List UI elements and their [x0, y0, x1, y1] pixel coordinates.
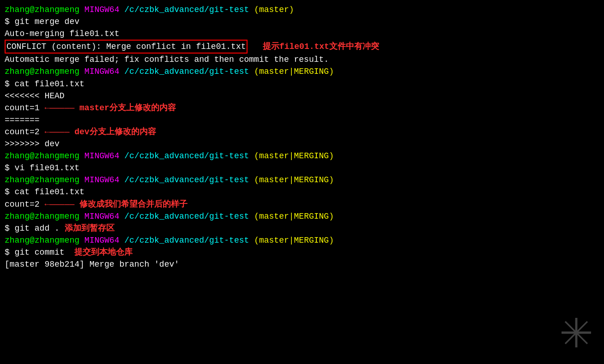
- terminal-line: zhang@zhangmeng MINGW64 /c/czbk_advanced…: [5, 210, 599, 222]
- terminal-line: count=1 ←————— master分支上修改的内容: [5, 102, 599, 114]
- terminal-line: zhang@zhangmeng MINGW64 /c/czbk_advanced…: [5, 174, 599, 186]
- terminal-text: ←—————: [40, 102, 79, 114]
- terminal-line: $ vi file01.txt: [5, 162, 599, 174]
- terminal-text: [119, 4, 124, 16]
- terminal-text: [79, 4, 85, 16]
- terminal-text: MINGW64: [85, 150, 120, 162]
- terminal-text: zhang@zhangmeng: [5, 174, 79, 186]
- terminal-line: $ cat file01.txt: [5, 186, 599, 198]
- terminal-text: (master|MERGING): [254, 234, 334, 246]
- terminal-text: [119, 174, 124, 186]
- terminal-text: (master|MERGING): [254, 150, 334, 162]
- terminal-text: count=1: [5, 102, 40, 114]
- terminal-text: (master|MERGING): [254, 210, 334, 222]
- terminal-text: ←—————: [40, 198, 79, 210]
- terminal-text: [248, 41, 262, 53]
- terminal-text: [master 98eb214] Merge branch 'dev': [5, 258, 179, 270]
- terminal-text: $ git merge dev: [5, 16, 79, 28]
- terminal-text: [119, 150, 124, 162]
- terminal-text: [79, 150, 85, 162]
- terminal-text: /c/czbk_advanced/git-test: [124, 210, 249, 222]
- terminal-text: $ vi file01.txt: [5, 162, 79, 174]
- terminal-text: [79, 210, 85, 222]
- terminal-text: MINGW64: [85, 4, 120, 16]
- terminal-text: >>>>>>> dev: [5, 138, 60, 150]
- terminal-text: [79, 234, 85, 246]
- terminal-line: Automatic merge failed; fix conflicts an…: [5, 54, 599, 66]
- terminal-text: (master|MERGING): [254, 66, 334, 78]
- terminal-text: zhang@zhangmeng: [5, 66, 79, 78]
- terminal-text: count=2: [5, 198, 40, 210]
- terminal-text: [119, 210, 124, 222]
- terminal-text: MINGW64: [85, 66, 120, 78]
- terminal-text: [249, 210, 254, 222]
- terminal-text: zhang@zhangmeng: [5, 4, 79, 16]
- terminal-text: [79, 66, 85, 78]
- terminal-text: $ cat file01.txt: [5, 186, 85, 198]
- terminal-line: zhang@zhangmeng MINGW64 /c/czbk_advanced…: [5, 150, 599, 162]
- terminal-text: 提示file01.txt文件中有冲突: [263, 41, 379, 53]
- terminal-text: 修改成我们希望合并后的样子: [79, 198, 187, 210]
- terminal-text: /c/czbk_advanced/git-test: [124, 66, 249, 78]
- terminal-line: $ cat file01.txt: [5, 78, 599, 90]
- terminal-text: 添加到暂存区: [65, 222, 115, 234]
- terminal-text: ←————: [40, 126, 75, 138]
- terminal-line: $ git add . 添加到暂存区: [5, 222, 599, 234]
- terminal-text: MINGW64: [85, 234, 120, 246]
- terminal-line: count=2 ←————— 修改成我们希望合并后的样子: [5, 198, 599, 210]
- terminal-line: >>>>>>> dev: [5, 138, 599, 150]
- terminal-text: master分支上修改的内容: [79, 102, 176, 114]
- terminal-text: [119, 66, 124, 78]
- terminal-line: zhang@zhangmeng MINGW64 /c/czbk_advanced…: [5, 66, 599, 78]
- terminal-text: [249, 234, 254, 246]
- terminal-line: zhang@zhangmeng MINGW64 /c/czbk_advanced…: [5, 4, 599, 16]
- terminal-text: $ git commit: [5, 246, 74, 258]
- terminal-text: CONFLICT (content): Merge conflict in fi…: [5, 40, 248, 54]
- terminal-text: count=2: [5, 126, 40, 138]
- terminal-line: CONFLICT (content): Merge conflict in fi…: [5, 40, 599, 54]
- terminal-text: [249, 174, 254, 186]
- terminal-text: $ git add .: [5, 222, 65, 234]
- terminal-text: <<<<<<< HEAD: [5, 90, 65, 102]
- terminal-text: [119, 234, 124, 246]
- terminal-text: =======: [5, 114, 40, 126]
- terminal-text: Auto-merging file01.txt: [5, 28, 119, 40]
- watermark: [558, 314, 595, 355]
- terminal-text: MINGW64: [85, 210, 120, 222]
- terminal-line: [master 98eb214] Merge branch 'dev': [5, 258, 599, 270]
- terminal-line: <<<<<<< HEAD: [5, 90, 599, 102]
- terminal-text: Automatic merge failed; fix conflicts an…: [5, 54, 329, 66]
- terminal-line: count=2 ←———— dev分支上修改的内容: [5, 126, 599, 138]
- terminal-text: zhang@zhangmeng: [5, 150, 79, 162]
- terminal-text: /c/czbk_advanced/git-test: [124, 4, 249, 16]
- terminal-text: (master): [254, 4, 294, 16]
- terminal-text: /c/czbk_advanced/git-test: [124, 174, 249, 186]
- terminal-text: 提交到本地仓库: [74, 246, 133, 258]
- terminal-text: dev分支上修改的内容: [74, 126, 156, 138]
- terminal-text: [249, 66, 254, 78]
- terminal-text: [249, 150, 254, 162]
- terminal-line: $ git commit 提交到本地仓库: [5, 246, 599, 258]
- terminal-text: zhang@zhangmeng: [5, 210, 79, 222]
- terminal-line: =======: [5, 114, 599, 126]
- terminal-text: (master|MERGING): [254, 174, 334, 186]
- terminal-text: /c/czbk_advanced/git-test: [124, 234, 249, 246]
- terminal-text: $ cat file01.txt: [5, 78, 85, 90]
- terminal-text: [249, 4, 254, 16]
- terminal-line: Auto-merging file01.txt: [5, 28, 599, 40]
- terminal-text: [79, 174, 85, 186]
- terminal-line: zhang@zhangmeng MINGW64 /c/czbk_advanced…: [5, 234, 599, 246]
- terminal-line: $ git merge dev: [5, 16, 599, 28]
- terminal-window: zhang@zhangmeng MINGW64 /c/czbk_advanced…: [0, 0, 604, 364]
- terminal-text: zhang@zhangmeng: [5, 234, 79, 246]
- terminal-text: /c/czbk_advanced/git-test: [124, 150, 249, 162]
- terminal-text: MINGW64: [85, 174, 120, 186]
